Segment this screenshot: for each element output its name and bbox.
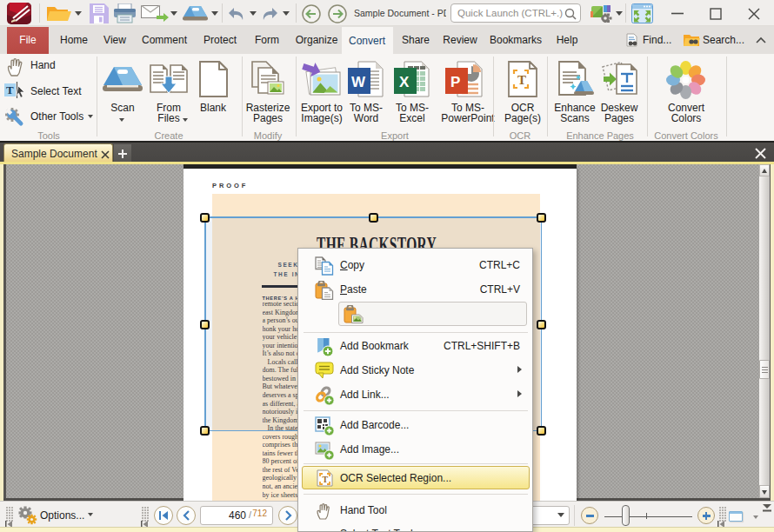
svg-text:T: T [517,73,526,87]
svg-text:T: T [6,83,14,96]
svg-text:X: X [399,74,410,90]
svg-text:P: P [450,74,460,90]
svg-text:W: W [351,74,366,90]
svg-text:T: T [323,475,329,484]
